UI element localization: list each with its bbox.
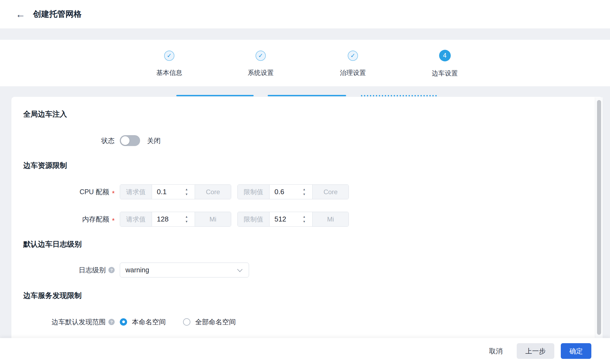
cpu-quota-row: CPU 配额 * 请求值 ▲ ▼ Core 限制值 [11,184,349,199]
toggle-knob [121,136,130,145]
wizard-stepper: ✓ 基本信息 ✓ 系统设置 ✓ 治理设置 4 边车设置 [0,40,610,86]
scrollbar-track[interactable] [595,97,603,338]
step-basic-info[interactable]: ✓ 基本信息 [145,51,194,77]
status-row: 状态 关闭 [11,133,161,148]
step-done-check-icon: ✓ [164,51,174,61]
memory-unit-label: Mi [195,212,231,226]
memory-request-input-group: 请求值 ▲ ▼ Mi [120,212,231,227]
spin-up-icon[interactable]: ▲ [185,215,188,218]
page-header: ← 创建托管网格 [0,0,610,28]
log-level-selected-value: warning [125,266,238,274]
cpu-request-stepper[interactable]: ▲ ▼ [181,188,193,196]
log-level-select[interactable]: warning [120,263,249,277]
cpu-unit-label: Core [312,185,349,199]
step-governance-settings[interactable]: ✓ 治理设置 [329,51,377,77]
scrollbar-thumb[interactable] [597,100,601,335]
request-prefix-label: 请求值 [120,212,152,226]
status-label: 状态 [101,136,115,145]
radio-option-this-namespace[interactable]: 本命名空间 [120,317,166,326]
stepper-connector [268,95,346,96]
limit-prefix-label: 限制值 [238,212,270,226]
help-icon[interactable]: ? [108,267,115,273]
toggle-state-text: 关闭 [147,136,161,145]
chevron-down-icon [237,267,243,272]
log-level-label: 日志级别 [79,266,106,274]
step-done-check-icon: ✓ [348,51,358,61]
request-prefix-label: 请求值 [120,185,152,199]
step-sidecar-settings[interactable]: 4 边车设置 [420,51,469,78]
sidecar-settings-panel: 全局边车注入 状态 关闭 边车资源限制 CPU 配额 * 请求值 ▲ [11,97,603,364]
memory-unit-label: Mi [312,212,349,226]
spin-up-icon[interactable]: ▲ [303,188,306,191]
spin-down-icon[interactable]: ▼ [185,193,188,196]
spin-up-icon[interactable]: ▲ [303,215,306,218]
section-global-sidecar-injection: 全局边车注入 [23,109,67,119]
cancel-button[interactable]: 取消 [489,347,503,356]
memory-request-stepper[interactable]: ▲ ▼ [181,215,193,223]
required-asterisk: * [112,192,115,195]
memory-limit-input-group: 限制值 ▲ ▼ Mi [237,212,349,227]
spin-down-icon[interactable]: ▼ [185,220,188,223]
cpu-limit-input[interactable] [270,188,298,196]
required-asterisk: * [112,219,115,222]
previous-step-button[interactable]: 上一步 [517,343,554,359]
step-label: 基本信息 [145,68,194,77]
step-current-number: 4 [439,50,451,61]
log-level-row: 日志级别 ? warning [11,263,249,277]
page-title: 创建托管网格 [33,9,82,20]
cpu-unit-label: Core [195,185,231,199]
section-sidecar-service-discovery-limits: 边车服务发现限制 [23,291,82,300]
wizard-footer: 取消 上一步 确定 [0,338,610,364]
limit-prefix-label: 限制值 [238,185,270,199]
memory-quota-row: 内存配额 * 请求值 ▲ ▼ Mi 限制值 [11,212,349,227]
cpu-limit-input-group: 限制值 ▲ ▼ Core [237,184,349,199]
confirm-button[interactable]: 确定 [561,343,591,359]
step-label: 系统设置 [236,68,285,77]
section-default-sidecar-log-level: 默认边车日志级别 [23,239,82,249]
spin-down-icon[interactable]: ▼ [303,220,306,223]
cpu-request-input-group: 请求值 ▲ ▼ Core [120,184,231,199]
stepper-connector [176,95,254,96]
step-label: 治理设置 [329,68,377,77]
help-icon[interactable]: ? [108,319,115,325]
section-sidecar-resource-limits: 边车资源限制 [23,161,67,170]
memory-limit-input[interactable] [270,215,298,223]
discovery-scope-label: 边车默认发现范围 [52,317,106,326]
injection-status-toggle[interactable] [120,135,140,146]
spin-up-icon[interactable]: ▲ [185,188,188,191]
memory-quota-label: 内存配额 [82,215,109,224]
spin-down-icon[interactable]: ▼ [303,193,306,196]
cpu-limit-stepper[interactable]: ▲ ▼ [298,188,310,196]
radio-label: 全部命名空间 [195,317,236,326]
step-label: 边车设置 [420,69,469,78]
discovery-scope-row: 边车默认发现范围 ? 本命名空间 全部命名空间 [11,315,236,329]
radio-selected-icon[interactable] [120,318,127,326]
cpu-request-input[interactable] [152,188,181,196]
back-arrow-icon[interactable]: ← [16,9,25,19]
memory-request-input[interactable] [152,215,181,223]
cpu-quota-label: CPU 配额 [79,187,109,196]
stepper-connector-dotted [360,95,438,97]
memory-limit-stepper[interactable]: ▲ ▼ [298,215,310,223]
discovery-scope-options: 本命名空间 全部命名空间 [120,317,236,326]
radio-option-all-namespaces[interactable]: 全部命名空间 [183,317,236,326]
radio-label: 本命名空间 [132,317,166,326]
step-done-check-icon: ✓ [256,51,266,61]
step-system-settings[interactable]: ✓ 系统设置 [236,51,285,77]
radio-unselected-icon[interactable] [183,318,190,326]
